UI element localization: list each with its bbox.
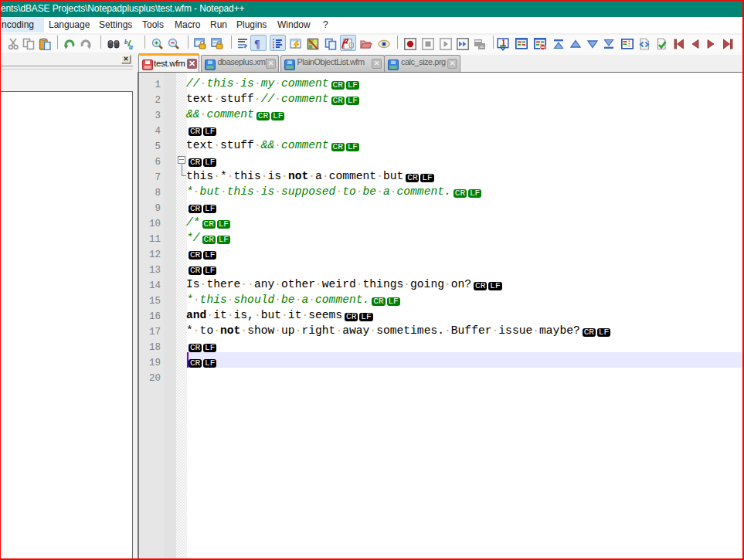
svg-text:¶: ¶: [254, 39, 260, 50]
svg-text:b: b: [124, 38, 128, 46]
svg-text:uc: uc: [480, 44, 484, 49]
svg-text:1: 1: [501, 38, 506, 47]
svg-text:{): {): [348, 41, 354, 48]
